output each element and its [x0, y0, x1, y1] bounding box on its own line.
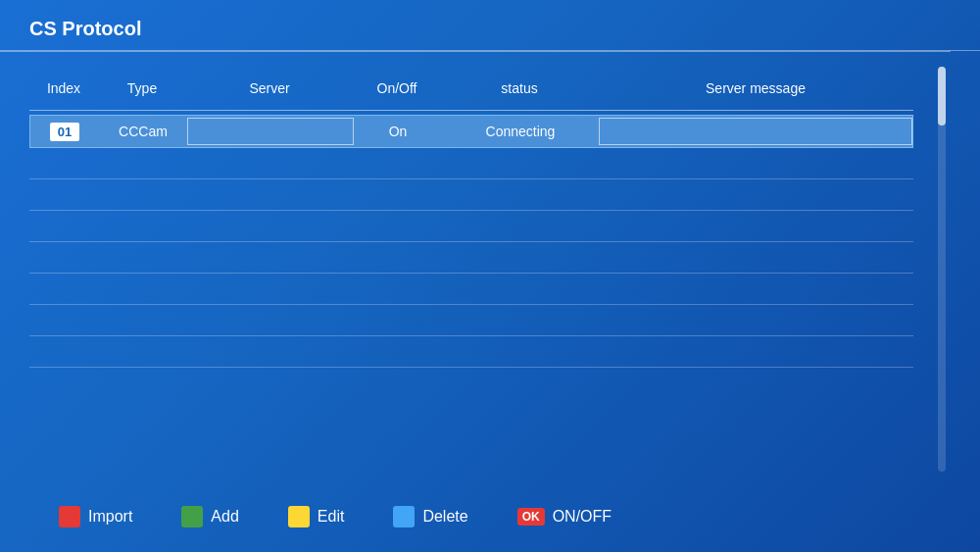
- cell-onoff-7: [353, 347, 441, 359]
- cell-server-7: [186, 339, 353, 367]
- scrollbar-area: [933, 52, 951, 486]
- green-button[interactable]: [181, 506, 203, 527]
- header-message: Server message: [598, 75, 913, 102]
- cell-type-2: [98, 190, 186, 202]
- table-row[interactable]: [29, 151, 913, 179]
- cell-index-2: [29, 190, 98, 202]
- cell-onoff-0: On: [354, 118, 442, 145]
- cell-index-4: [29, 253, 98, 265]
- cell-server-1: [186, 151, 353, 178]
- cell-message-4: [598, 245, 913, 273]
- cell-message-3: [598, 214, 913, 241]
- add-item[interactable]: Add: [181, 506, 238, 527]
- table-section: Index Type Server On/Off status Server m…: [29, 52, 933, 486]
- cell-server-4: [186, 245, 353, 273]
- cell-index-5: [29, 284, 98, 296]
- onoff-item[interactable]: OK ON/OFF: [517, 508, 612, 526]
- cell-server-3: [186, 214, 353, 241]
- cell-index-6: [29, 316, 98, 327]
- cell-status-3: [441, 222, 598, 233]
- cell-message-2: [598, 182, 913, 210]
- index-badge-0: 01: [50, 123, 79, 141]
- cell-onoff-4: [353, 253, 441, 265]
- cell-server-6: [186, 308, 353, 335]
- main-container: CS Protocol Index Type Server On/Off sta…: [0, 0, 980, 552]
- cell-type-5: [98, 284, 186, 296]
- cell-status-6: [441, 316, 598, 327]
- edit-item[interactable]: Edit: [288, 506, 345, 527]
- table-row[interactable]: [29, 182, 913, 211]
- cell-status-4: [441, 253, 598, 265]
- header-status: status: [441, 75, 598, 102]
- header-index: Index: [29, 75, 98, 102]
- scrollbar-track[interactable]: [938, 67, 946, 472]
- table-header: Index Type Server On/Off status Server m…: [29, 67, 913, 111]
- table-row[interactable]: [29, 245, 913, 274]
- import-item[interactable]: Import: [59, 506, 132, 527]
- cell-server-2: [186, 182, 353, 210]
- cell-index-7: [29, 347, 98, 359]
- add-label: Add: [211, 508, 238, 526]
- title-bar: CS Protocol: [0, 0, 980, 51]
- cell-message-6: [598, 308, 913, 335]
- cell-status-5: [441, 284, 598, 296]
- cell-status-7: [441, 347, 598, 359]
- cell-onoff-1: [353, 159, 441, 171]
- cell-index-3: [29, 222, 98, 233]
- header-onoff: On/Off: [353, 75, 441, 102]
- header-type: Type: [98, 75, 186, 102]
- cell-status-0: Connecting: [442, 118, 599, 145]
- footer: Import Add Edit Delete OK ON/OFF: [0, 486, 980, 552]
- cell-onoff-3: [353, 222, 441, 233]
- onoff-label: ON/OFF: [553, 508, 612, 526]
- cell-type-7: [98, 347, 186, 359]
- cell-type-0: CCCam: [99, 118, 187, 145]
- cell-onoff-2: [353, 190, 441, 202]
- cell-status-1: [441, 159, 598, 171]
- content-area: Index Type Server On/Off status Server m…: [0, 52, 980, 486]
- table-row[interactable]: [29, 308, 913, 336]
- table-row[interactable]: [29, 214, 913, 242]
- cell-server-5: [186, 276, 353, 304]
- page-title: CS Protocol: [29, 18, 141, 39]
- header-server: Server: [186, 75, 353, 102]
- cell-message-1: [598, 151, 913, 178]
- cell-index-0: 01: [30, 117, 99, 147]
- cell-status-2: [441, 190, 598, 202]
- cell-onoff-5: [353, 284, 441, 296]
- cell-message-0: [599, 118, 912, 145]
- import-label: Import: [88, 508, 132, 526]
- delete-item[interactable]: Delete: [393, 506, 467, 527]
- cell-onoff-6: [353, 316, 441, 327]
- table-row[interactable]: 01 CCCam On Connecting: [29, 115, 913, 148]
- cell-type-4: [98, 253, 186, 265]
- red-button[interactable]: [59, 506, 80, 527]
- blue-button[interactable]: [393, 506, 415, 527]
- ok-button[interactable]: OK: [517, 508, 545, 526]
- cell-type-1: [98, 159, 186, 171]
- yellow-button[interactable]: [288, 506, 310, 527]
- delete-label: Delete: [422, 508, 467, 526]
- scrollbar-thumb: [938, 67, 946, 125]
- cell-message-5: [598, 276, 913, 304]
- cell-index-1: [29, 159, 98, 171]
- cell-message-7: [598, 339, 913, 367]
- table-row[interactable]: [29, 339, 913, 368]
- table-row[interactable]: [29, 276, 913, 305]
- cell-type-3: [98, 222, 186, 233]
- edit-label: Edit: [318, 508, 345, 526]
- cell-server-0: [187, 118, 354, 145]
- cell-type-6: [98, 316, 186, 327]
